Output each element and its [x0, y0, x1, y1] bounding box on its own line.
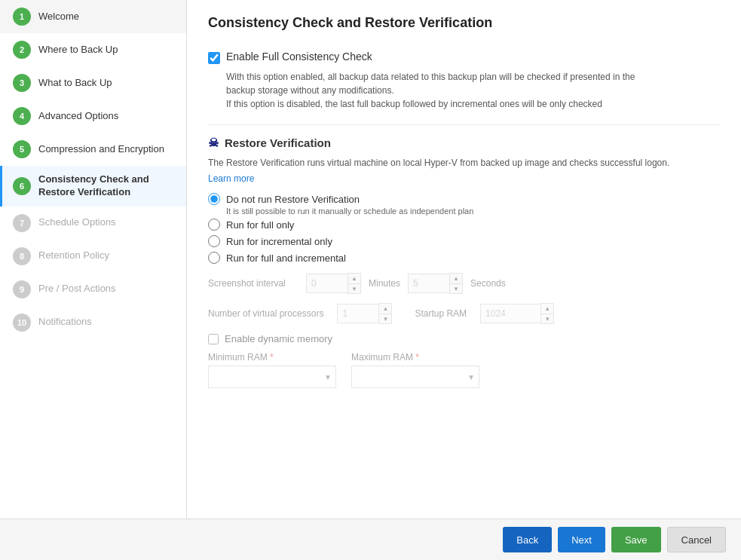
minutes-label: Minutes [369, 278, 400, 289]
radio-incremental[interactable] [208, 235, 220, 247]
min-ram-select[interactable] [208, 366, 336, 388]
sidebar-item-2[interactable]: 2Where to Back Up [0, 33, 186, 66]
consistency-checkbox-label: Enable Full Consistency Check [226, 50, 372, 63]
radio-both[interactable] [208, 252, 220, 264]
sidebar-label-7: Schedule Options [38, 216, 116, 229]
max-ram-dropdown-wrapper: ▼ [351, 366, 479, 388]
screenshot-label: Screenshot interval [208, 278, 299, 289]
radio-full-label: Run for full only [226, 219, 294, 231]
screenshot-spinner-btns: ▲ ▼ [348, 273, 361, 294]
dynamic-memory-row: Enable dynamic memory [208, 333, 720, 344]
max-ram-field: Maximum RAM * ▼ [351, 352, 479, 388]
sidebar-item-4[interactable]: 4Advanced Options [0, 99, 186, 133]
radio-both-row: Run for full and incremental [208, 252, 720, 264]
radio-none-sub: It is still possible to run it manually … [226, 207, 720, 216]
sidebar-label-5: Compression and Encryption [38, 143, 164, 156]
enable-consistency-checkbox[interactable] [208, 52, 220, 64]
dynamic-memory-label: Enable dynamic memory [225, 333, 332, 344]
footer: Back Next Save Cancel [0, 519, 741, 560]
vproc-down-btn[interactable]: ▼ [379, 314, 391, 323]
sidebar-item-8: 8Retention Policy [0, 240, 186, 273]
step-circle-9: 9 [13, 280, 31, 298]
cancel-button[interactable]: Cancel [667, 527, 726, 552]
step-circle-7: 7 [13, 214, 31, 232]
screenshot-up-btn[interactable]: ▲ [348, 274, 360, 283]
restore-heading: Restore Verification [225, 136, 331, 149]
minutes-up-btn[interactable]: ▲ [450, 274, 462, 283]
step-circle-3: 3 [13, 74, 31, 92]
radio-both-label: Run for full and incremental [226, 252, 346, 264]
sidebar-item-10: 10Notifications [0, 306, 186, 339]
learn-more-link[interactable]: Learn more [208, 173, 254, 184]
sidebar-label-2: Where to Back Up [38, 44, 118, 57]
step-circle-6: 6 [13, 177, 31, 195]
sidebar-label-10: Notifications [38, 316, 92, 329]
minutes-down-btn[interactable]: ▼ [450, 283, 462, 293]
radio-incremental-label: Run for incremental only [226, 236, 332, 247]
seconds-label: Seconds [470, 278, 506, 289]
virtual-processors-row: Number of virtual processors ▲ ▼ Startup… [208, 303, 720, 324]
back-button[interactable]: Back [503, 527, 552, 552]
screenshot-down-btn[interactable]: ▼ [348, 283, 360, 293]
sidebar-item-7: 7Schedule Options [0, 207, 186, 240]
sidebar-label-8: Retention Policy [38, 249, 109, 262]
sidebar-item-5[interactable]: 5Compression and Encryption [0, 133, 186, 166]
sidebar: 1Welcome2Where to Back Up3What to Back U… [0, 0, 187, 519]
min-ram-dropdown-wrapper: ▼ [208, 366, 336, 388]
step-circle-5: 5 [13, 140, 31, 158]
startup-ram-input[interactable] [480, 304, 540, 323]
radio-full-row: Run for full only [208, 219, 720, 231]
step-circle-1: 1 [13, 8, 31, 26]
screenshot-interval-row: Screenshot interval ▲ ▼ Minutes ▲ ▼ [208, 273, 720, 294]
radio-none-row: Do not run Restore Verification [208, 193, 720, 205]
vproc-spinner: ▲ ▼ [337, 303, 392, 324]
startup-ram-up-btn[interactable]: ▲ [541, 304, 553, 314]
ram-row: Minimum RAM * ▼ Maximum RAM * ▼ [208, 352, 720, 388]
next-button[interactable]: Next [558, 527, 605, 552]
sidebar-label-4: Advanced Options [38, 110, 118, 123]
startup-ram-btns: ▲ ▼ [540, 303, 554, 324]
radio-none-label: Do not run Restore Verification [226, 194, 360, 205]
step-circle-8: 8 [13, 247, 31, 265]
screenshot-spinner: ▲ ▼ [306, 273, 361, 294]
virtual-processors-label: Number of virtual processors [208, 308, 323, 319]
step-circle-2: 2 [13, 41, 31, 59]
radio-incremental-row: Run for incremental only [208, 235, 720, 247]
screenshot-value-input[interactable] [306, 274, 348, 293]
vproc-spinner-btns: ▲ ▼ [378, 303, 392, 324]
min-ram-field: Minimum RAM * ▼ [208, 352, 336, 388]
sidebar-item-1[interactable]: 1Welcome [0, 0, 186, 33]
restore-radio-group: Do not run Restore Verification It is st… [208, 193, 720, 264]
vproc-up-btn[interactable]: ▲ [379, 304, 391, 314]
max-ram-select[interactable] [351, 366, 479, 388]
radio-full[interactable] [208, 219, 220, 231]
sidebar-item-3[interactable]: 3What to Back Up [0, 66, 186, 99]
startup-ram-label: Startup RAM [415, 308, 467, 319]
vproc-input[interactable] [337, 304, 378, 323]
sidebar-label-3: What to Back Up [38, 77, 112, 90]
radio-none[interactable] [208, 193, 220, 205]
minutes-spinner-btns: ▲ ▼ [449, 273, 463, 294]
sidebar-label-1: Welcome [38, 11, 79, 23]
save-button[interactable]: Save [611, 527, 661, 552]
minutes-spinner: ▲ ▼ [408, 273, 463, 294]
restore-verification-section: ☠ Restore Verification The Restore Verif… [208, 136, 720, 388]
shield-icon: ☠ [208, 136, 219, 150]
page-title: Consistency Check and Restore Verificati… [208, 15, 720, 37]
sidebar-item-9: 9Pre / Post Actions [0, 273, 186, 306]
consistency-check-section: Enable Full Consistency Check With this … [208, 50, 720, 111]
sidebar-label-6: Consistency Check and Restore Verificati… [38, 173, 176, 199]
max-ram-label: Maximum RAM * [351, 352, 479, 363]
consistency-hint-1: With this option enabled, all backup dat… [226, 70, 720, 111]
sidebar-item-6[interactable]: 6Consistency Check and Restore Verificat… [0, 166, 186, 207]
step-circle-4: 4 [13, 107, 31, 125]
startup-ram-spinner: ▲ ▼ [480, 303, 554, 324]
startup-ram-down-btn[interactable]: ▼ [541, 314, 553, 323]
sidebar-label-9: Pre / Post Actions [38, 283, 116, 295]
step-circle-10: 10 [13, 314, 31, 332]
restore-description: The Restore Verification runs virtual ma… [208, 156, 720, 170]
min-ram-label: Minimum RAM * [208, 352, 336, 363]
content-area: Consistency Check and Restore Verificati… [187, 0, 741, 519]
dynamic-memory-checkbox[interactable] [208, 334, 219, 344]
minutes-value-input[interactable] [408, 274, 449, 293]
